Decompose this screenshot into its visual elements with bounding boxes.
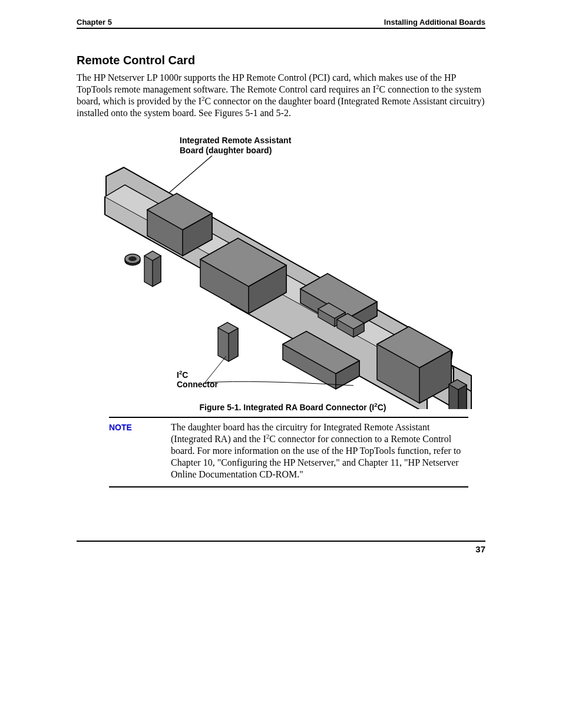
svg-marker-9 [153, 256, 161, 286]
figure-5-1: Integrated Remote Assistant Board (daugh… [100, 136, 485, 412]
figure-top-label-line2: Board (daughter board) [180, 146, 272, 155]
svg-marker-18 [229, 328, 238, 361]
connector-word: Connector [177, 380, 218, 389]
caption-suffix: C) [378, 403, 386, 412]
body-paragraph: The HP Netserver LP 1000r supports the H… [77, 72, 485, 119]
note-text: The daughter board has the circuitry for… [171, 421, 468, 480]
header-title: Installing Additional Boards [384, 18, 485, 27]
svg-point-12 [128, 256, 137, 261]
figure-top-label: Integrated Remote Assistant Board (daugh… [180, 136, 485, 156]
caption-prefix: Figure 5-1. Integrated RA Board Connecto… [200, 403, 375, 412]
page-footer: 37 [77, 541, 485, 554]
header-chapter: Chapter 5 [77, 18, 112, 27]
connector-c: C [182, 370, 188, 380]
section-heading: Remote Control Card [77, 54, 485, 67]
page-header: Chapter 5 Installing Additional Boards [77, 18, 485, 29]
figure-top-label-line1: Integrated Remote Assistant [180, 136, 291, 145]
note-label: NOTE [109, 421, 171, 480]
note-box: NOTE The daughter board has the circuitr… [109, 417, 468, 487]
figure-connector-label: I2C Connector [177, 370, 485, 390]
page-number: 37 [475, 544, 485, 554]
